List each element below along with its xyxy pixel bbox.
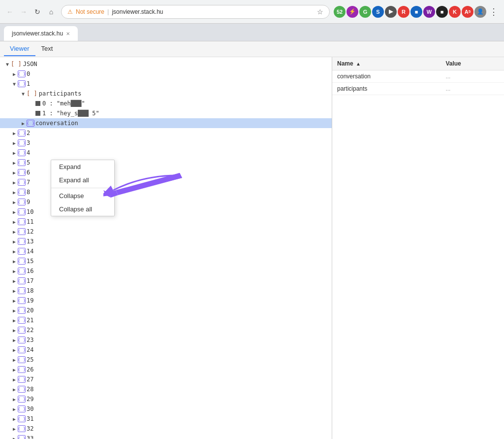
tab-text[interactable]: Text [35,42,59,56]
toggle-25[interactable]: ▶ [11,356,18,363]
toggle-11[interactable]: ▶ [11,218,18,225]
toggle-7[interactable]: ▶ [11,179,18,186]
tree-row-28[interactable]: ▶ { } 28 [0,384,332,394]
reload-button[interactable]: ↻ [32,6,43,18]
tree-row-20[interactable]: ▶ { } 20 [0,305,332,315]
toggle-23[interactable]: ▶ [11,337,18,343]
browser-tab-viewer[interactable]: jsonviewer.stack.hu ✕ [4,26,78,41]
bookmark-icon[interactable]: ☆ [317,8,323,16]
toggle-27[interactable]: ▶ [11,376,18,383]
tree-row-11[interactable]: ▶ { } 11 [0,217,332,227]
tree-row-33[interactable]: ▶ { } 33 [0,434,332,439]
tree-row-3[interactable]: ▶ { } 3 [0,138,332,148]
tree-row-conversation[interactable]: ▶ { } conversation [0,118,332,128]
tree-row-7[interactable]: ▶ { } 7 [0,177,332,187]
tree-row-29[interactable]: ▶ { } 29 [0,394,332,404]
tree-row-18[interactable]: ▶ { } 18 [0,286,332,296]
tree-row-16[interactable]: ▶ { } 16 [0,266,332,276]
toggle-12[interactable]: ▶ [11,228,18,235]
ext-icon-1[interactable]: 52 [334,6,346,18]
toggle-10[interactable]: ▶ [11,208,18,215]
toggle-5[interactable]: ▶ [11,159,18,166]
ext-icon-7[interactable]: ■ [410,6,422,18]
toggle-9[interactable]: ▶ [11,199,18,205]
toggle-16[interactable]: ▶ [11,268,18,274]
toggle-20[interactable]: ▶ [11,307,18,314]
tree-row-8[interactable]: ▶ { } 8 [0,187,332,197]
tree-row-2[interactable]: ▶ { } 2 [0,128,332,138]
tree-row-19[interactable]: ▶ { } 19 [0,296,332,305]
tree-row-12[interactable]: ▶ { } 12 [0,227,332,236]
tree-row-p1[interactable]: 1 : "hey_s███ 5" [0,108,332,118]
toggle-18[interactable]: ▶ [11,287,18,294]
ext-icon-3[interactable]: G [359,6,371,18]
toggle-28[interactable]: ▶ [11,386,18,393]
col-value[interactable]: Value [441,57,504,70]
ext-icon-11[interactable]: A5 [462,6,473,18]
chrome-menu-icon[interactable]: ⋮ [487,4,500,19]
profile-icon[interactable]: 👤 [474,6,486,18]
tree-row-22[interactable]: ▶ { } 22 [0,325,332,335]
tree-row-9[interactable]: ▶ { } 9 [0,197,332,207]
toggle-14[interactable]: ▶ [11,248,18,255]
tree-row-17[interactable]: ▶ { } 17 [0,276,332,286]
toggle-33[interactable]: ▶ [11,435,18,439]
tree-row-24[interactable]: ▶ { } 24 [0,345,332,355]
ext-icon-5[interactable]: ▶ [385,6,397,18]
toggle-root[interactable]: ▼ [4,61,11,68]
tree-row-p0[interactable]: 0 : "meh███" [0,99,332,108]
context-collapse[interactable]: Collapse [51,189,114,203]
toggle-32[interactable]: ▶ [11,425,18,432]
tree-row-32[interactable]: ▶ { } 32 [0,424,332,434]
tree-row-root[interactable]: ▼ [ ] JSON [0,59,332,69]
col-name[interactable]: Name ▲ [332,57,441,70]
tree-row-15[interactable]: ▶ { } 15 [0,256,332,266]
toggle-29[interactable]: ▶ [11,396,18,403]
forward-button[interactable]: → [18,6,30,18]
toggle-1[interactable]: ▼ [11,80,18,87]
toggle-6[interactable]: ▶ [11,169,18,176]
toggle-0[interactable]: ▶ [11,70,18,77]
tree-row-25[interactable]: ▶ { } 25 [0,355,332,365]
context-expand-all[interactable]: Expand all [51,173,114,187]
toggle-15[interactable]: ▶ [11,258,18,265]
tree-row-30[interactable]: ▶ { } 30 [0,404,332,414]
close-tab-icon[interactable]: ✕ [66,31,70,36]
toggle-26[interactable]: ▶ [11,366,18,373]
tree-row-14[interactable]: ▶ { } 14 [0,246,332,256]
toggle-3[interactable]: ▶ [11,139,18,146]
tree-row-26[interactable]: ▶ { } 26 [0,365,332,374]
tree-row-21[interactable]: ▶ { } 21 [0,315,332,325]
ext-icon-6[interactable]: R [398,6,410,18]
tab-viewer[interactable]: Viewer [4,42,35,56]
ext-icon-9[interactable]: ■ [436,6,448,18]
tree-row-0[interactable]: ▶ { } 0 [0,69,332,79]
tree-row-27[interactable]: ▶ { } 27 [0,374,332,384]
toggle-30[interactable]: ▶ [11,405,18,412]
toggle-4[interactable]: ▶ [11,149,18,156]
ext-icon-10[interactable]: K [449,6,461,18]
tree-row-23[interactable]: ▶ { } 23 [0,335,332,345]
tree-row-31[interactable]: ▶ { } 31 [0,414,332,424]
back-button[interactable]: ← [4,6,16,18]
home-button[interactable]: ⌂ [45,6,57,18]
toggle-8[interactable]: ▶ [11,189,18,196]
tree-row-5[interactable]: ▶ { } 5 [0,158,332,168]
tree-row-4[interactable]: ▶ { } 4 [0,148,332,158]
tree-row-1[interactable]: ▼ { } 1 [0,79,332,89]
toggle-2[interactable]: ▶ [11,130,18,136]
toggle-participants[interactable]: ▼ [20,90,27,97]
ext-icon-8[interactable]: W [423,6,435,18]
tree-row-10[interactable]: ▶ { } 10 [0,207,332,217]
tree-row-13[interactable]: ▶ { } 13 [0,236,332,246]
toggle-24[interactable]: ▶ [11,346,18,353]
toggle-17[interactable]: ▶ [11,277,18,284]
context-collapse-all[interactable]: Collapse all [51,203,114,216]
toggle-31[interactable]: ▶ [11,415,18,422]
context-expand[interactable]: Expand [51,160,114,173]
toggle-21[interactable]: ▶ [11,317,18,324]
ext-icon-2[interactable]: ⚡ [346,6,358,18]
tree-row-participants[interactable]: ▼ [ ] participants [0,89,332,99]
tree-row-6[interactable]: ▶ { } 6 [0,168,332,177]
address-bar[interactable]: ⚠ Not secure | jsonviewer.stack.hu ☆ [61,5,330,19]
